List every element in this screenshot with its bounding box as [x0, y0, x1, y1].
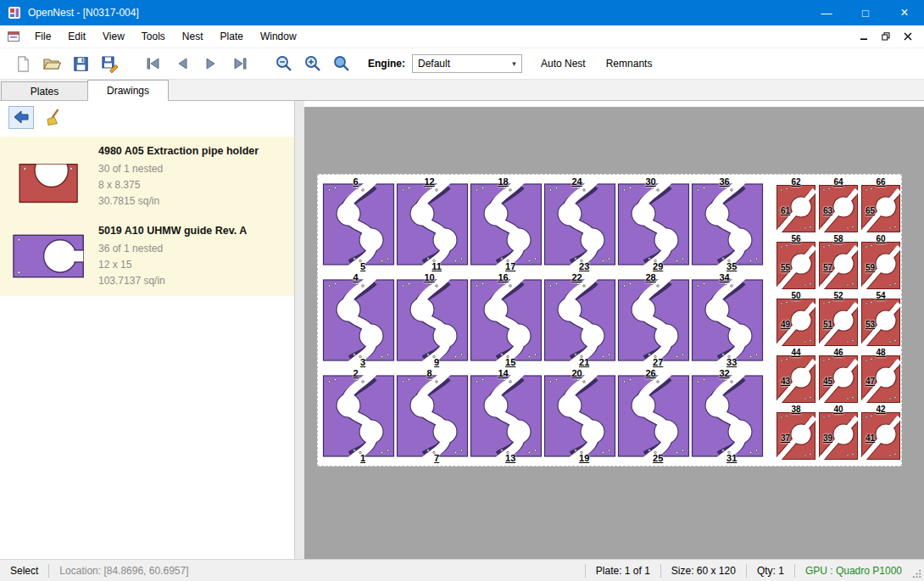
- drawing-title: 5019 A10 UHMW guide Rev. A: [98, 225, 247, 237]
- zoom-in-icon: [303, 54, 322, 73]
- clear-button[interactable]: [41, 106, 66, 129]
- menu-item-plate[interactable]: Plate: [212, 25, 252, 47]
- nested-pair-purple[interactable]: 20 19: [543, 368, 616, 463]
- nested-pair-purple[interactable]: 26 25: [617, 368, 690, 463]
- last-plate-button[interactable]: [225, 51, 254, 76]
- statusbar-gpu: GPU : Quadro P1000: [795, 560, 912, 581]
- nested-pair-red[interactable]: 42 41: [860, 405, 901, 461]
- nested-pair-purple[interactable]: 18 17: [470, 176, 543, 271]
- part-number: 60: [876, 234, 885, 243]
- child-close-button[interactable]: [899, 28, 917, 45]
- child-restore-button[interactable]: [877, 28, 895, 45]
- part-number: 32: [719, 368, 729, 378]
- nested-pair-purple[interactable]: 14 13: [470, 368, 543, 463]
- nesting-plate[interactable]: 6 5 12 11 18 17: [317, 174, 902, 466]
- maximize-button[interactable]: □: [846, 0, 885, 25]
- part-number: 63: [823, 206, 832, 215]
- part-number: 58: [833, 234, 843, 243]
- nested-pair-red[interactable]: 66 65: [860, 178, 901, 234]
- purple-part-shape: [617, 272, 690, 367]
- go-next-icon: [202, 54, 220, 73]
- statusbar-plate: Plate: 1 of 1: [586, 560, 660, 581]
- drawing-nested-count: 36 of 1 nested: [98, 241, 247, 257]
- purple-part-shape: [322, 176, 395, 271]
- nested-pair-red[interactable]: 60 59: [860, 235, 901, 291]
- nested-pair-purple[interactable]: 28 27: [617, 272, 690, 367]
- go-previous-icon: [173, 54, 192, 73]
- part-number: 53: [866, 320, 875, 329]
- new-button[interactable]: [8, 51, 37, 76]
- part-number: 50: [791, 291, 800, 300]
- menu-item-view[interactable]: View: [94, 25, 133, 47]
- remnants-button[interactable]: Remnants: [596, 52, 663, 75]
- nested-pair-purple[interactable]: 34 33: [691, 272, 764, 367]
- purple-part-shape: [396, 272, 469, 367]
- send-to-plate-button[interactable]: [8, 106, 34, 129]
- nested-pair-red[interactable]: 54 53: [860, 292, 901, 348]
- nested-pair-red[interactable]: 44 43: [776, 349, 816, 405]
- tab-drawings[interactable]: Drawings: [87, 80, 169, 101]
- zoom-out-button[interactable]: [270, 51, 298, 76]
- part-number: 45: [823, 377, 832, 386]
- nested-pair-red[interactable]: 64 63: [818, 178, 859, 234]
- zoom-fit-button[interactable]: [327, 51, 356, 76]
- purple-part-shape: [543, 176, 616, 271]
- panel-splitter[interactable]: [295, 101, 304, 559]
- menu-item-nest[interactable]: Nest: [174, 25, 212, 47]
- nested-pair-red[interactable]: 48 47: [860, 349, 901, 405]
- nested-pair-purple[interactable]: 4 3: [322, 272, 395, 367]
- part-number: 20: [571, 368, 582, 378]
- nested-pair-red[interactable]: 50 49: [776, 292, 816, 348]
- menu-bar: FileEditViewToolsNestPlateWindow: [0, 25, 924, 48]
- menu-item-window[interactable]: Window: [252, 25, 305, 47]
- purple-part-shape: [691, 272, 764, 367]
- drawing-item-uhmw-guide[interactable]: 5019 A10 UHMW guide Rev. A 36 of 1 neste…: [0, 216, 294, 296]
- nested-pair-purple[interactable]: 24 23: [543, 176, 616, 271]
- nested-pair-purple[interactable]: 16 15: [470, 272, 543, 367]
- nested-pair-red[interactable]: 56 55: [776, 235, 816, 291]
- first-plate-button[interactable]: [139, 51, 168, 76]
- nested-pair-red[interactable]: 58 57: [818, 235, 859, 291]
- close-button[interactable]: ×: [885, 0, 924, 25]
- nest-canvas[interactable]: 6 5 12 11 18 17: [304, 101, 924, 559]
- save-button[interactable]: [66, 51, 95, 76]
- menu-item-file[interactable]: File: [26, 25, 59, 47]
- tab-plates[interactable]: Plates: [1, 81, 88, 100]
- nested-pair-purple[interactable]: 6 5: [322, 176, 395, 271]
- resize-grip[interactable]: [912, 560, 924, 581]
- drawing-size: 12 x 15: [98, 257, 247, 273]
- part-number: 18: [498, 176, 508, 187]
- menu-item-tools[interactable]: Tools: [133, 25, 174, 47]
- nested-pair-purple[interactable]: 36 35: [691, 176, 764, 271]
- nested-pair-red[interactable]: 62 61: [776, 178, 816, 234]
- nested-pair-purple[interactable]: 22 21: [543, 272, 616, 367]
- purple-part-shape: [470, 368, 543, 463]
- menu-item-edit[interactable]: Edit: [59, 25, 94, 47]
- nested-pair-red[interactable]: 38 37: [776, 405, 816, 461]
- previous-plate-button[interactable]: [168, 51, 197, 76]
- nested-pair-purple[interactable]: 10 9: [396, 272, 469, 367]
- save-as-button[interactable]: [95, 51, 124, 76]
- zoom-in-button[interactable]: [298, 51, 327, 76]
- nested-pair-purple[interactable]: 2 1: [322, 368, 395, 463]
- nested-pair-red[interactable]: 40 39: [818, 405, 859, 461]
- nested-pair-purple[interactable]: 12 11: [396, 176, 469, 271]
- engine-select[interactable]: Default ▼: [412, 54, 522, 73]
- next-plate-button[interactable]: [197, 51, 225, 76]
- part-number: 11: [431, 261, 442, 271]
- nested-pair-purple[interactable]: 30 29: [617, 176, 690, 271]
- document-icon[interactable]: [7, 30, 20, 43]
- nested-pair-red[interactable]: 46 45: [818, 349, 859, 405]
- minimize-button[interactable]: —: [807, 0, 846, 25]
- nested-pair-red[interactable]: 52 51: [818, 292, 859, 348]
- part-number: 61: [781, 206, 790, 215]
- content-area: 4980 A05 Extraction pipe holder 30 of 1 …: [0, 101, 924, 559]
- auto-nest-button[interactable]: Auto Nest: [531, 52, 596, 75]
- nested-pair-purple[interactable]: 32 31: [691, 368, 764, 463]
- drawing-item-extraction-pipe-holder[interactable]: 4980 A05 Extraction pipe holder 30 of 1 …: [0, 137, 294, 216]
- drawings-toolbar: [0, 101, 294, 133]
- open-button[interactable]: [37, 51, 66, 76]
- nested-pair-purple[interactable]: 8 7: [396, 368, 469, 463]
- part-number: 44: [791, 348, 800, 357]
- child-minimize-button[interactable]: [854, 28, 873, 45]
